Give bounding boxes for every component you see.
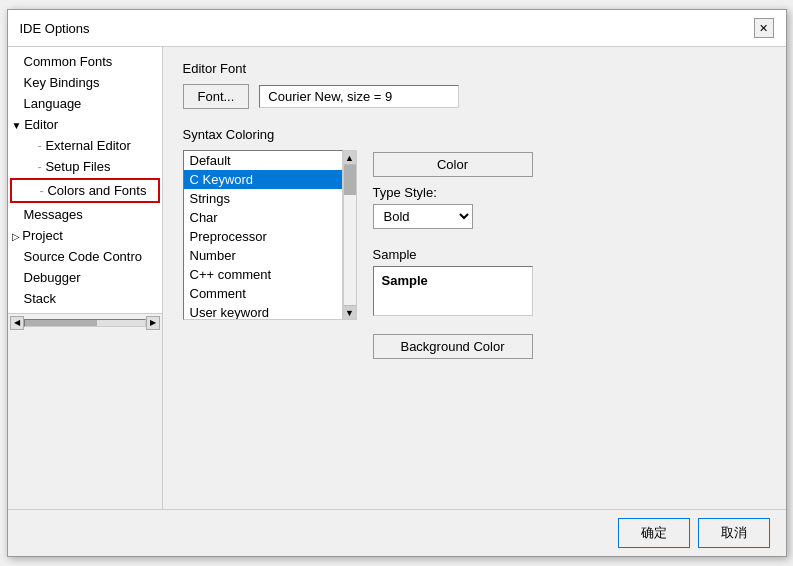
syntax-list-wrapper: DefaultC KeywordStringsCharPreprocessorN… [183, 150, 357, 320]
syntax-coloring-label: Syntax Coloring [183, 127, 766, 142]
confirm-button[interactable]: 确定 [618, 518, 690, 548]
syntax-scroll-up-btn[interactable]: ▲ [344, 151, 356, 165]
close-button[interactable]: ✕ [754, 18, 774, 38]
sample-text: Sample [382, 273, 428, 288]
editor-font-label: Editor Font [183, 61, 766, 76]
sidebar-item-source-code-control[interactable]: Source Code Contro [8, 246, 162, 267]
scrollbar-track[interactable] [24, 319, 146, 327]
sidebar-item-setup-files[interactable]: - Setup Files [8, 156, 162, 177]
sample-label: Sample [373, 247, 533, 262]
dialog-footer: 确定 取消 [8, 509, 786, 556]
syntax-item-user-keyword[interactable]: User keyword [184, 303, 342, 320]
left-panel: Common FontsKey BindingsLanguage▼ Editor… [8, 47, 163, 313]
background-color-label: Background Color [400, 339, 504, 354]
editor-font-row: Font... Courier New, size = 9 [183, 84, 766, 109]
type-style-label: Type Style: [373, 185, 533, 200]
sidebar-item-editor[interactable]: ▼ Editor [8, 114, 162, 135]
syntax-item-char[interactable]: Char [184, 208, 342, 227]
sidebar-item-debugger[interactable]: Debugger [8, 267, 162, 288]
scrollbar-thumb [25, 320, 97, 326]
sidebar-item-project[interactable]: ▷ Project [8, 225, 162, 246]
scroll-right-btn[interactable]: ▶ [146, 316, 160, 330]
sidebar-item-colors-and-fonts[interactable]: - Colors and Fonts [10, 178, 160, 203]
sidebar-item-messages[interactable]: Messages [8, 204, 162, 225]
dialog-body: Common FontsKey BindingsLanguage▼ Editor… [8, 47, 786, 509]
scroll-left-btn[interactable]: ◀ [10, 316, 24, 330]
type-style-container: Type Style: BoldItalicRegularBold Italic [373, 185, 533, 229]
syntax-item-comment[interactable]: Comment [184, 284, 342, 303]
right-panel: Editor Font Font... Courier New, size = … [163, 47, 786, 509]
sample-box: Sample [373, 266, 533, 316]
font-display: Courier New, size = 9 [259, 85, 459, 108]
syntax-row: DefaultC KeywordStringsCharPreprocessorN… [183, 150, 766, 359]
syntax-item-c-keyword[interactable]: C Keyword [184, 170, 342, 189]
syntax-scroll-down-btn[interactable]: ▼ [344, 305, 356, 319]
sidebar-item-external-editor[interactable]: - External Editor [8, 135, 162, 156]
sidebar-item-key-bindings[interactable]: Key Bindings [8, 72, 162, 93]
sidebar-item-stack[interactable]: Stack [8, 288, 162, 309]
syntax-list[interactable]: DefaultC KeywordStringsCharPreprocessorN… [183, 150, 343, 320]
sidebar-item-common-fonts[interactable]: Common Fonts [8, 51, 162, 72]
syntax-scroll-thumb [344, 165, 356, 195]
syntax-item-default[interactable]: Default [184, 151, 342, 170]
font-button[interactable]: Font... [183, 84, 250, 109]
syntax-item-strings[interactable]: Strings [184, 189, 342, 208]
color-button[interactable]: Color [373, 152, 533, 177]
sample-container: Sample Sample [373, 237, 533, 316]
syntax-scroll-track [344, 165, 356, 305]
cancel-button[interactable]: 取消 [698, 518, 770, 548]
syntax-controls: Color Type Style: BoldItalicRegularBold … [373, 150, 533, 359]
background-color-button[interactable]: Background Color [373, 334, 533, 359]
type-style-select[interactable]: BoldItalicRegularBold Italic [373, 204, 473, 229]
syntax-item-number[interactable]: Number [184, 246, 342, 265]
syntax-item-preprocessor[interactable]: Preprocessor [184, 227, 342, 246]
ide-options-dialog: IDE Options ✕ Common FontsKey BindingsLa… [7, 9, 787, 557]
left-panel-scrollbar[interactable]: ◀ ▶ [8, 313, 162, 331]
sidebar-item-language[interactable]: Language [8, 93, 162, 114]
dialog-title: IDE Options [20, 21, 90, 36]
syntax-item-cpp-comment[interactable]: C++ comment [184, 265, 342, 284]
title-bar: IDE Options ✕ [8, 10, 786, 47]
